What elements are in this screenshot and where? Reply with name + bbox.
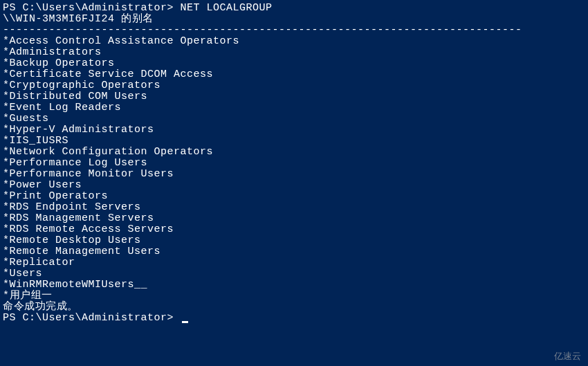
group-item: *Certificate Service DCOM Access (3, 69, 585, 80)
group-item: *Administrators (3, 47, 585, 58)
group-item: *Performance Monitor Users (3, 169, 585, 180)
ps-prompt: PS C:\Users\Administrator> (3, 313, 174, 324)
group-item: *Event Log Readers (3, 102, 585, 113)
group-item: *Print Operators (3, 191, 585, 202)
group-item: *Distributed COM Users (3, 91, 585, 102)
group-item: *Hyper-V Administrators (3, 125, 585, 136)
group-item: *Access Control Assistance Operators (3, 36, 585, 47)
group-item: *RDS Remote Access Servers (3, 224, 585, 235)
group-item: *Remote Desktop Users (3, 235, 585, 246)
group-item: *Performance Log Users (3, 158, 585, 169)
host-alias-line: \\WIN-3M3MI6FJI24 的别名 (3, 14, 585, 25)
group-item: *Power Users (3, 180, 585, 191)
group-item: *WinRMRemoteWMIUsers__ (3, 280, 585, 291)
group-item: *IIS_IUSRS (3, 136, 585, 147)
group-item: *Remote Management Users (3, 246, 585, 257)
group-item: *用户组一 (3, 291, 585, 302)
command-text: NET LOCALGROUP (181, 3, 273, 14)
active-prompt-line[interactable]: PS C:\Users\Administrator> (3, 313, 585, 324)
group-item: *RDS Management Servers (3, 213, 585, 224)
command-line: PS C:\Users\Administrator> NET LOCALGROU… (3, 3, 585, 14)
success-message: 命令成功完成。 (3, 302, 585, 313)
group-item: *Backup Operators (3, 58, 585, 69)
group-item: *Guests (3, 113, 585, 125)
group-item: *Cryptographic Operators (3, 80, 585, 91)
group-item: *Network Configuration Operators (3, 147, 585, 158)
watermark-text: 亿速云 (554, 351, 581, 362)
group-item: *Users (3, 268, 585, 280)
group-item: *Replicator (3, 257, 585, 268)
cursor-icon (182, 321, 188, 323)
group-item: *RDS Endpoint Servers (3, 202, 585, 213)
separator-line: ----------------------------------------… (3, 25, 585, 36)
ps-prompt: PS C:\Users\Administrator> (3, 3, 174, 14)
